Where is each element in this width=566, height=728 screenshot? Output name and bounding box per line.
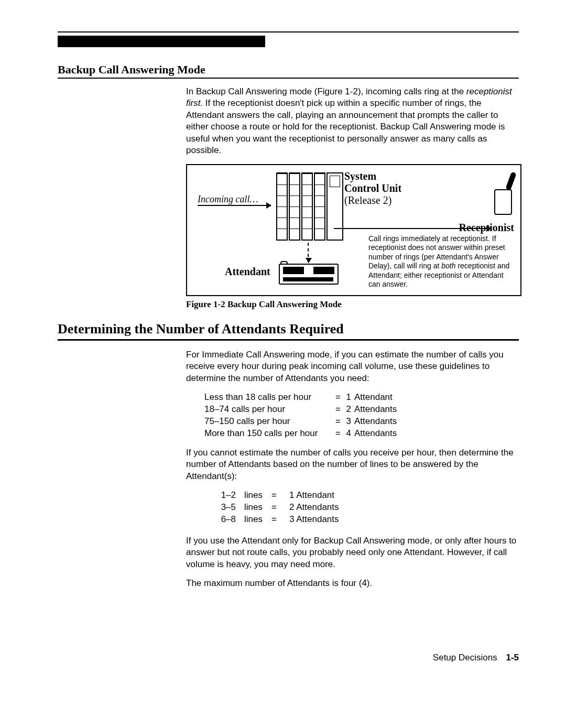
list-item: 3–5 lines = 2 Attendants (215, 502, 519, 514)
para-text-cont: If the receptionist doesn't pick up with… (186, 98, 505, 155)
incoming-call-label: Incoming call… (198, 194, 258, 205)
receptionist-label: Receptionist (459, 222, 514, 234)
condition: 75–150 calls per hour (204, 416, 330, 428)
list-item: 75–150 calls per hour = 3 Attendants (204, 416, 519, 428)
backup-mode-paragraph: In Backup Call Answering mode (Figure 1-… (186, 86, 519, 157)
attendants: 2 Attendants (289, 502, 339, 514)
determining-p1: For Immediate Call Answering mode, if yo… (186, 349, 519, 384)
control-unit-labels: System Control Unit (Release 2) (344, 170, 401, 207)
list-item: 1–2 lines = 1 Attendant (215, 490, 519, 502)
equals: = (271, 502, 280, 514)
condition: Less than 18 calls per hour (204, 392, 330, 404)
range: 3–5 (215, 502, 236, 514)
figure-caption-inside: Call rings immediately at receptionist. … (368, 234, 515, 289)
attendants: 3 Attendants (289, 514, 339, 526)
attendant-word: Attendant (354, 392, 393, 404)
determining-p2: If you cannot estimate the number of cal… (186, 447, 519, 482)
footer-section: Setup Decisions (433, 653, 497, 662)
lines-word: lines (244, 502, 265, 514)
list-item: More than 150 calls per hour = 4 Attenda… (204, 428, 519, 440)
control-unit-icon (276, 172, 343, 241)
to-attendant-arrow-icon (308, 243, 309, 263)
number: 4 (343, 428, 351, 440)
lines-word: lines (244, 514, 265, 526)
figure-1-2: Incoming call… System Control Unit (Rele… (186, 164, 521, 296)
determining-p4: The maximum number of Attendants is four… (186, 578, 519, 589)
attendant-word: Attendants (354, 404, 397, 416)
control-unit-label: Control Unit (344, 182, 401, 194)
range: 1–2 (215, 490, 236, 502)
number: 3 (343, 416, 351, 428)
incoming-arrow-icon (198, 205, 271, 206)
attendant-label: Attendant (225, 266, 270, 278)
figure-caption-label: Figure 1-2 Backup Call Answering Mode (186, 299, 519, 310)
receptionist-phone-icon (492, 173, 513, 215)
section-rule (58, 78, 519, 79)
number: 1 (343, 392, 351, 404)
condition: 18–74 calls per hour (204, 404, 330, 416)
attendant-word: Attendants (354, 428, 397, 440)
list-item: 18–74 calls per hour = 2 Attendants (204, 404, 519, 416)
attendant-device-icon (279, 264, 339, 285)
footer-page: 1-5 (506, 653, 519, 662)
section-heading-backup: Backup Call Answering Mode (58, 63, 519, 77)
number: 2 (343, 404, 351, 416)
attendant-word: Attendants (354, 416, 397, 428)
section-heading-determining: Determining the Number of Attendants Req… (58, 321, 519, 337)
attendants: 1 Attendant (289, 490, 334, 502)
top-rule (58, 31, 519, 32)
release-label: (Release 2) (344, 194, 401, 207)
equals: = (271, 514, 280, 526)
section-rule-2 (58, 339, 519, 341)
list-item: Less than 18 calls per hour = 1 Attendan… (204, 392, 519, 404)
system-label: System (344, 170, 401, 182)
header-black-bar (58, 36, 265, 47)
para-text: In Backup Call Answering mode (Figure 1-… (186, 86, 466, 96)
lines-word: lines (244, 490, 265, 502)
condition: More than 150 calls per hour (204, 428, 330, 440)
equals: = (271, 490, 280, 502)
determining-p3: If you use the Attendant only for Backup… (186, 535, 519, 570)
caption-italic: both (441, 262, 455, 270)
calls-per-hour-list: Less than 18 calls per hour = 1 Attendan… (204, 392, 519, 440)
lines-list: 1–2 lines = 1 Attendant 3–5 lines = 2 At… (215, 490, 519, 526)
range: 6–8 (215, 514, 236, 526)
footer: Setup Decisions 1-5 (58, 653, 519, 663)
list-item: 6–8 lines = 3 Attendants (215, 514, 519, 526)
